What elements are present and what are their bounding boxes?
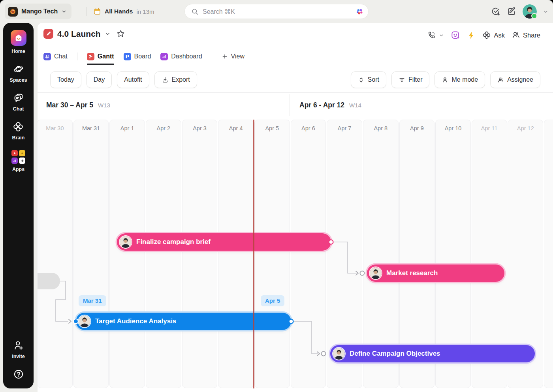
workspace-logo-icon bbox=[8, 7, 18, 17]
tab-label: Chat bbox=[54, 53, 68, 60]
week-range: Mar 30 – Apr 5 bbox=[46, 101, 93, 109]
favorite-star-icon[interactable] bbox=[116, 29, 125, 38]
day-column: Apr 1 bbox=[109, 120, 145, 388]
reaction-ai-icon[interactable] bbox=[451, 30, 461, 40]
ask-clover-icon bbox=[482, 31, 491, 39]
plus-icon bbox=[222, 53, 228, 60]
add-view-button[interactable]: View bbox=[222, 47, 245, 66]
offscreen-task-bar[interactable] bbox=[38, 273, 60, 289]
sidebar-item-help[interactable] bbox=[13, 369, 24, 380]
topbar-actions bbox=[491, 0, 548, 23]
workspace-switcher[interactable]: Mango Tech bbox=[5, 4, 71, 19]
online-status-dot bbox=[531, 13, 537, 19]
day-column: Apr 4 bbox=[218, 120, 254, 388]
day-label: Apr 9 bbox=[410, 125, 424, 131]
day-label: Mar 31 bbox=[82, 125, 100, 131]
sidebar-item-brain[interactable]: Brain bbox=[12, 121, 25, 141]
tab-gantt[interactable]: Gantt bbox=[87, 47, 114, 66]
event-title: All Hands bbox=[105, 8, 133, 15]
main-panel: 4.0 Launch Ask Share bbox=[38, 23, 553, 392]
chevron-down-icon bbox=[61, 9, 67, 14]
day-label: Apr 7 bbox=[338, 125, 352, 131]
autofit-button[interactable]: Autofit bbox=[117, 71, 149, 88]
filter-button[interactable]: Filter bbox=[391, 71, 430, 88]
task-bar-target-audience-analysis[interactable]: Target Audience Analysis bbox=[76, 313, 291, 330]
title-chevron-icon[interactable] bbox=[105, 31, 111, 37]
assignee-button[interactable]: Assignee bbox=[490, 71, 540, 88]
bolt-icon[interactable] bbox=[467, 31, 476, 39]
week-cell-1: Mar 30 – Apr 5 W13 bbox=[46, 93, 110, 117]
call-button[interactable] bbox=[427, 31, 444, 39]
day-label: Apr 4 bbox=[229, 125, 243, 131]
day-column: Apr 5 bbox=[254, 120, 290, 388]
project-icon bbox=[43, 29, 53, 39]
dashboard-tab-icon bbox=[160, 53, 168, 60]
tab-dashboard[interactable]: Dashboard bbox=[160, 47, 202, 66]
week-number: W14 bbox=[349, 102, 361, 109]
call-chevron-icon bbox=[439, 33, 444, 38]
day-column: Apr 2 bbox=[146, 120, 181, 388]
tab-board[interactable]: Board bbox=[124, 47, 151, 66]
week-number: W13 bbox=[98, 102, 110, 109]
assignee-avatar bbox=[120, 236, 132, 248]
app-add-icon bbox=[19, 158, 25, 164]
app-bolt-icon bbox=[19, 150, 25, 156]
sidebar: Home Spaces Chat Brain Apps Invite bbox=[3, 23, 34, 388]
sidebar-item-chat[interactable]: Chat bbox=[13, 92, 24, 112]
sidebar-item-label: Brain bbox=[12, 135, 25, 141]
task-bar-market-research[interactable]: Market research bbox=[367, 264, 504, 282]
day-label: Apr 12 bbox=[517, 125, 534, 131]
home-icon bbox=[11, 30, 26, 46]
gantt-chart: Mar 30 – Apr 5 W13 Apr 6 - Apr 12 W14 Ma… bbox=[38, 92, 553, 392]
tab-label: View bbox=[231, 53, 245, 60]
day-column: Apr 3 bbox=[182, 120, 218, 388]
task-bar-finalize-campaign-brief[interactable]: Finalize campaign brief bbox=[117, 233, 331, 251]
sidebar-item-home[interactable]: Home bbox=[11, 30, 26, 54]
user-avatar[interactable] bbox=[523, 4, 537, 19]
planet-icon bbox=[13, 64, 24, 75]
app-window: Mango Tech All Hands in 13m Search ⌘K bbox=[0, 0, 553, 392]
compose-icon[interactable] bbox=[507, 7, 516, 16]
task-check-icon[interactable] bbox=[491, 7, 500, 16]
sidebar-item-label: Invite bbox=[12, 354, 25, 359]
gantt-toolbar: Today Day Autofit Export Sort Filter bbox=[38, 66, 553, 92]
task-bar-define-campaign-objectives[interactable]: Define Campaign Objectives bbox=[330, 345, 535, 362]
day-label: Apr 2 bbox=[157, 125, 171, 131]
week-range: Apr 6 - Apr 12 bbox=[299, 101, 344, 109]
week-header: Mar 30 – Apr 5 W13 Apr 6 - Apr 12 W14 bbox=[38, 93, 553, 117]
apps-grid-icon bbox=[11, 150, 25, 164]
task-name: Define Campaign Objectives bbox=[350, 350, 440, 358]
gantt-tab-icon bbox=[87, 53, 94, 60]
me-mode-button[interactable]: Me mode bbox=[434, 71, 485, 88]
sidebar-item-spaces[interactable]: Spaces bbox=[10, 64, 27, 83]
tab-chat[interactable]: Chat bbox=[43, 47, 68, 66]
download-icon bbox=[162, 76, 169, 83]
calendar-event[interactable]: All Hands in 13m bbox=[93, 0, 154, 23]
assignee-avatar bbox=[79, 315, 90, 327]
task-end-date-label: Apr 5 bbox=[261, 295, 284, 306]
sort-icon bbox=[358, 77, 365, 83]
topbar-divider bbox=[87, 7, 87, 16]
sidebar-item-invite[interactable]: Invite bbox=[12, 340, 25, 359]
share-button[interactable]: Share bbox=[512, 31, 540, 39]
ask-button[interactable]: Ask bbox=[482, 31, 505, 39]
avatar-chevron-icon[interactable] bbox=[543, 9, 548, 14]
chat-tab-icon bbox=[43, 53, 51, 60]
day-column: Mar 31 bbox=[73, 120, 109, 388]
help-icon bbox=[13, 369, 24, 380]
tab-divider bbox=[212, 53, 212, 60]
day-column bbox=[544, 120, 553, 388]
sidebar-item-label: Apps bbox=[12, 167, 24, 172]
tab-label: Gantt bbox=[98, 53, 114, 60]
sidebar-item-apps[interactable]: Apps bbox=[11, 150, 25, 172]
export-button[interactable]: Export bbox=[154, 71, 197, 88]
app-play-icon bbox=[11, 150, 18, 156]
assignee-avatar bbox=[333, 348, 345, 360]
task-name: Market research bbox=[386, 269, 438, 277]
search-input[interactable]: Search ⌘K bbox=[184, 4, 369, 19]
sort-button[interactable]: Sort bbox=[351, 71, 386, 88]
day-zoom-button[interactable]: Day bbox=[87, 71, 112, 88]
today-button[interactable]: Today bbox=[50, 71, 81, 88]
invite-person-icon bbox=[13, 340, 24, 351]
ai-sparkle-icon[interactable] bbox=[356, 8, 363, 15]
